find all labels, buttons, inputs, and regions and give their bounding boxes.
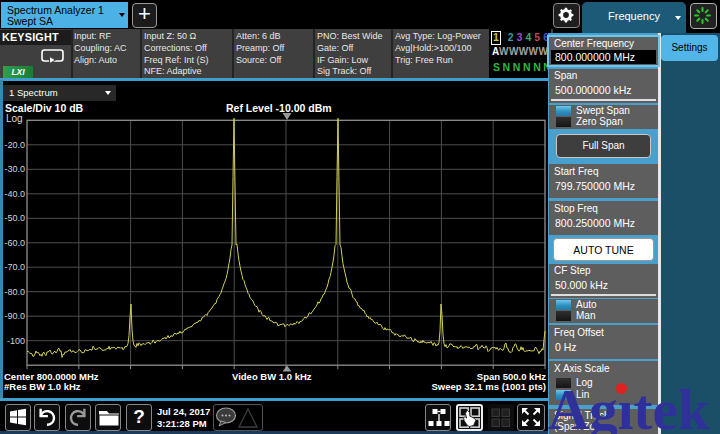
svg-text:-100: -100 (7, 336, 25, 346)
svg-text:-20.0: -20.0 (4, 140, 25, 150)
svg-text:-60.0: -60.0 (4, 238, 25, 248)
svg-text:-70.0: -70.0 (4, 262, 25, 272)
svg-text:-40.0: -40.0 (4, 189, 25, 199)
svg-text:-90.0: -90.0 (4, 311, 25, 321)
svg-text:-30.0: -30.0 (4, 164, 25, 174)
svg-text:-50.0: -50.0 (4, 213, 25, 223)
svg-text:-80.0: -80.0 (4, 287, 25, 297)
